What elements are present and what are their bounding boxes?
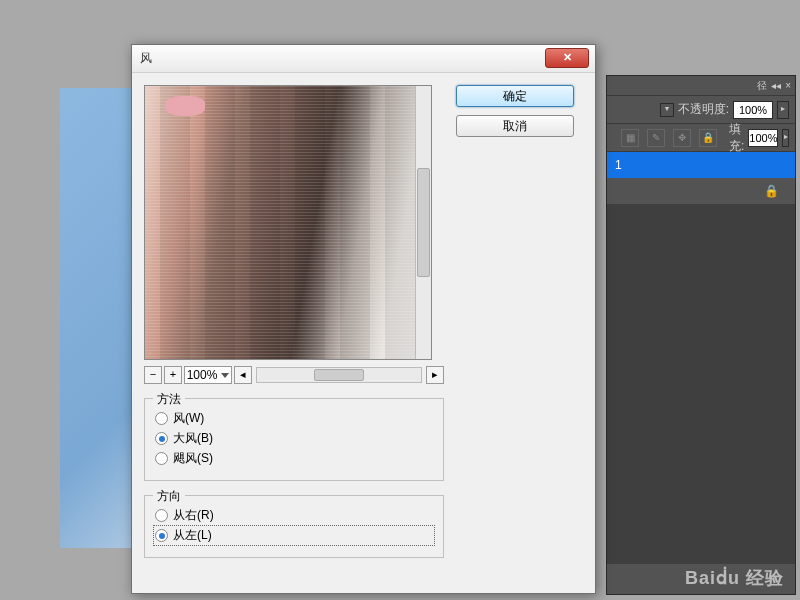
method-group: 方法 风(W) 大风(B) 飓风(S) xyxy=(144,398,444,481)
radio-icon xyxy=(155,509,168,522)
radio-icon xyxy=(155,529,168,542)
radio-icon xyxy=(155,432,168,445)
panel-tab-hint: 径 xyxy=(757,79,767,93)
lock-iconbar: ▦ ✎ ✥ 🔒 xyxy=(613,129,725,147)
opacity-stepper[interactable]: ▸ xyxy=(777,101,789,119)
zoom-out-button[interactable]: − xyxy=(144,366,162,384)
preview-vertical-scrollbar[interactable] xyxy=(415,86,431,359)
dialog-title: 风 xyxy=(140,50,152,67)
radio-label: 从左(L) xyxy=(173,527,212,544)
panel-close-icon[interactable]: × xyxy=(785,80,791,91)
method-option-wind[interactable]: 风(W) xyxy=(155,410,433,427)
scroll-left-button[interactable]: ◂ xyxy=(234,366,252,384)
layers-panel: 径 ◂◂ × ▾ 不透明度: 100% ▸ ▦ ✎ ✥ 🔒 填充: 100% ▸… xyxy=(606,75,796,595)
layers-empty-area xyxy=(607,204,795,564)
method-option-blast[interactable]: 大风(B) xyxy=(155,430,433,447)
method-legend: 方法 xyxy=(153,391,185,408)
watermark: Baiḋu 经验 xyxy=(685,566,784,590)
filter-preview[interactable] xyxy=(144,85,432,360)
radio-icon xyxy=(155,452,168,465)
fill-value[interactable]: 100% xyxy=(748,129,778,147)
radio-icon xyxy=(155,412,168,425)
ok-button[interactable]: 确定 xyxy=(456,85,574,107)
cancel-button[interactable]: 取消 xyxy=(456,115,574,137)
panel-collapse-icon[interactable]: ◂◂ xyxy=(771,80,781,91)
lock-icon: 🔒 xyxy=(764,184,779,198)
h-scroll-thumb[interactable] xyxy=(314,369,363,381)
direction-legend: 方向 xyxy=(153,488,185,505)
layer-row-locked[interactable]: 🔒 xyxy=(607,178,795,204)
zoom-controls: − + 100% ◂ ▸ xyxy=(144,366,444,384)
radio-label: 风(W) xyxy=(173,410,204,427)
opacity-label: 不透明度: xyxy=(678,101,729,118)
opacity-row: ▾ 不透明度: 100% ▸ xyxy=(607,96,795,124)
fill-stepper[interactable]: ▸ xyxy=(782,129,789,147)
v-scroll-thumb[interactable] xyxy=(417,168,430,277)
lock-position-icon[interactable]: ✥ xyxy=(673,129,691,147)
scroll-right-button[interactable]: ▸ xyxy=(426,366,444,384)
dialog-titlebar[interactable]: 风 ✕ xyxy=(132,45,595,73)
radio-label: 从右(R) xyxy=(173,507,214,524)
opacity-value[interactable]: 100% xyxy=(733,101,773,119)
direction-option-from-right[interactable]: 从右(R) xyxy=(155,507,433,524)
close-button[interactable]: ✕ xyxy=(545,48,589,68)
wind-filter-dialog: 风 ✕ − + 100% ◂ ▸ 方法 风(W) xyxy=(131,44,596,594)
layers-panel-header: 径 ◂◂ × xyxy=(607,76,795,96)
direction-group: 方向 从右(R) 从左(L) xyxy=(144,495,444,558)
fill-row: ▦ ✎ ✥ 🔒 填充: 100% ▸ xyxy=(607,124,795,152)
radio-label: 飓风(S) xyxy=(173,450,213,467)
method-option-stagger[interactable]: 飓风(S) xyxy=(155,450,433,467)
radio-label: 大风(B) xyxy=(173,430,213,447)
direction-option-from-left[interactable]: 从左(L) xyxy=(155,527,433,544)
zoom-value-dropdown[interactable]: 100% xyxy=(184,366,232,384)
lock-all-icon[interactable]: 🔒 xyxy=(699,129,717,147)
fill-label: 填充: xyxy=(729,121,744,155)
layer-name: 1 xyxy=(615,158,622,172)
lock-image-icon[interactable]: ✎ xyxy=(647,129,665,147)
preview-horizontal-scrollbar[interactable] xyxy=(256,367,422,383)
zoom-in-button[interactable]: + xyxy=(164,366,182,384)
layer-row-selected[interactable]: 1 xyxy=(607,152,795,178)
blend-mode-dropdown[interactable]: ▾ xyxy=(660,103,674,117)
lock-transparent-icon[interactable]: ▦ xyxy=(621,129,639,147)
